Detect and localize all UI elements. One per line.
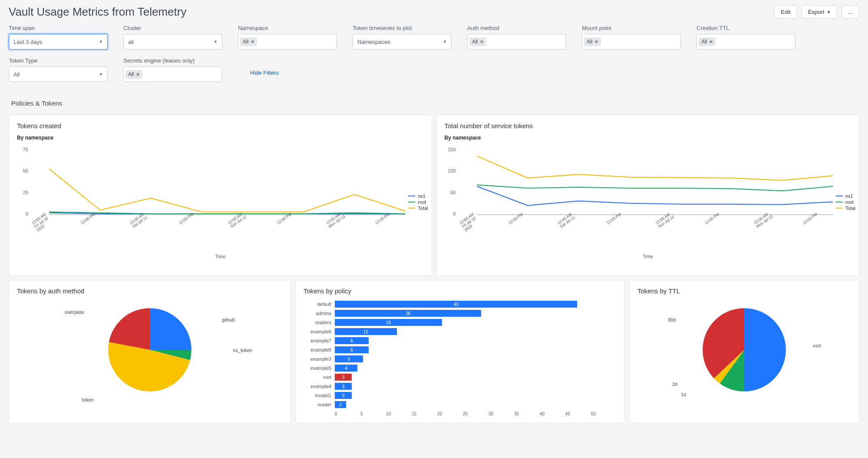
close-icon[interactable]: ✕	[709, 39, 713, 45]
x-axis: 12:00 AM Fri Jul 10 202012:00 PM12:00 AM…	[31, 222, 424, 235]
y-axis: 75 50 25 0	[17, 147, 28, 216]
mountpoint-input[interactable]: All✕	[582, 34, 681, 50]
creationttl-input[interactable]: All✕	[696, 34, 795, 50]
export-button[interactable]: Export▼	[802, 5, 838, 19]
pie-chart: 30d +Inf 2d 1d	[637, 300, 851, 400]
panel-tokens-by-ttl: Tokens by TTL 30d +Inf 2d 1d	[629, 280, 859, 423]
filter-chip[interactable]: All✕	[699, 37, 716, 46]
y-axis: 150 100 50 0	[445, 147, 456, 216]
edit-button[interactable]: Edit	[774, 5, 797, 19]
filter-chip[interactable]: All✕	[469, 37, 486, 46]
panel-tokens-created: Tokens created By namespace 75 50 25 0 n…	[9, 115, 432, 275]
panel-title: Tokens by auth method	[17, 287, 283, 295]
panel-title: Tokens by policy	[304, 287, 617, 295]
panel-title: Tokens by TTL	[637, 287, 851, 295]
close-icon[interactable]: ✕	[480, 39, 484, 45]
filter-label: Auth method	[467, 25, 566, 31]
secrets-input[interactable]: All✕	[123, 66, 222, 82]
tokents-select[interactable]: Namespaces▼	[353, 34, 452, 50]
filter-label: Namespace	[238, 25, 337, 31]
cluster-select[interactable]: all▼	[123, 34, 222, 50]
panel-service-tokens: Total number of service tokens By namesp…	[436, 115, 860, 275]
panel-tokens-by-policy: Tokens by policy default43admins26reader…	[295, 280, 625, 423]
more-button[interactable]: ...	[842, 5, 859, 19]
caret-down-icon: ▼	[99, 72, 103, 76]
filter-label: Secrets engine (leases only)	[123, 57, 222, 64]
panel-tokens-by-auth: Tokens by auth method userpass github ns…	[9, 280, 291, 423]
filter-label: Cluster	[123, 25, 222, 31]
close-icon[interactable]: ✕	[136, 72, 140, 77]
filter-label: Token Type	[9, 57, 108, 64]
section-title: Policies & Tokens	[11, 100, 857, 107]
x-axis: 12:00 AM Fri Jul 10 202012:00 PM12:00 AM…	[459, 222, 851, 235]
filter-label: Mount point	[582, 25, 681, 31]
caret-down-icon: ▼	[443, 40, 447, 44]
x-axis-label: Time	[17, 254, 424, 259]
page-title: Vault Usage Metrics from Telemetry	[9, 5, 186, 19]
close-icon[interactable]: ✕	[251, 39, 254, 45]
x-axis: 05101520253035404550	[335, 412, 617, 416]
filter-chip[interactable]: All✕	[584, 37, 601, 46]
panel-subtitle: By namespace	[17, 135, 424, 141]
caret-down-icon: ▼	[99, 40, 103, 44]
panel-title: Total number of service tokens	[445, 122, 851, 129]
filter-label: Creation TTL	[696, 25, 795, 31]
caret-down-icon: ▼	[827, 10, 831, 14]
authmethod-input[interactable]: All✕	[467, 34, 566, 50]
filter-bar: Time span Last 3 days▼ Cluster all▼ Name…	[9, 25, 859, 82]
filter-chip[interactable]: All✕	[240, 37, 257, 46]
filter-chip[interactable]: All✕	[125, 70, 142, 79]
namespace-input[interactable]: All✕	[238, 34, 337, 50]
caret-down-icon: ▼	[214, 40, 218, 44]
close-icon[interactable]: ✕	[594, 39, 598, 45]
tokentype-select[interactable]: All▼	[9, 66, 108, 82]
filter-label: Token timeseries to plot	[353, 25, 452, 31]
panel-title: Tokens created	[17, 122, 424, 129]
timespan-select[interactable]: Last 3 days▼	[9, 34, 108, 50]
hide-filters-link[interactable]: Hide Filters	[250, 70, 279, 82]
header-actions: Edit Export▼ ...	[774, 5, 859, 19]
filter-label: Time span	[9, 25, 108, 31]
panel-subtitle: By namespace	[445, 135, 851, 141]
x-axis-label: Time	[445, 254, 851, 259]
bar-chart: default43admins26readers19example611exam…	[304, 300, 617, 409]
pie-chart: userpass github ns_token token	[17, 300, 283, 400]
